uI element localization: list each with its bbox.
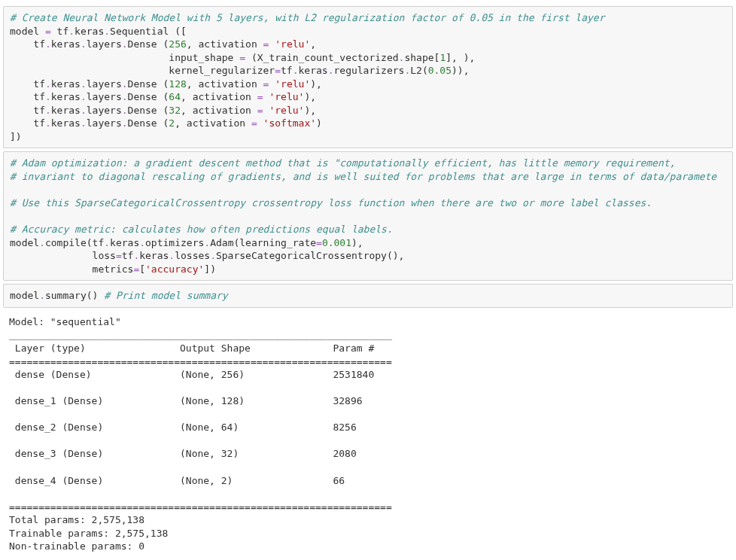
code-line: metrics=['accuracy']) — [10, 263, 216, 275]
comment: # Create Neural Network Model with 5 lay… — [10, 12, 605, 23]
code-line: tf.keras.layers.Dense (128, activation =… — [10, 78, 322, 90]
code-line: tf.keras.layers.Dense (64, activation = … — [10, 91, 316, 102]
code-line: model = tf.keras.Sequential ([ — [10, 26, 187, 37]
comment: # Accuracy metric: calculates how often … — [10, 224, 393, 235]
code-cell-3: model.summary() # Print model summary — [3, 284, 733, 308]
summary-row: dense_2 (Dense) (None, 64) 8256 — [9, 422, 392, 433]
code-line: model.compile(tf.keras.optimizers.Adam(l… — [10, 237, 363, 248]
comment: # invariant to diagonal rescaling of gra… — [10, 171, 716, 182]
code-cell-2: # Adam optimization: a gradient descent … — [3, 151, 733, 281]
comment: # Adam optimization: a gradient descent … — [10, 157, 675, 169]
total-params: Total params: 2,575,138 — [9, 514, 144, 525]
trainable-params: Trainable params: 2,575,138 — [9, 528, 168, 539]
code-line: tf.keras.layers.Dense (32, activation = … — [10, 105, 316, 116]
separator: ________________________________________… — [9, 554, 392, 560]
summary-column-head: Layer (type) Output Shape Param # — [9, 342, 392, 354]
output-block: Model: "sequential" ____________________… — [3, 311, 733, 560]
code-line: model.summary() # Print model summary — [10, 290, 228, 301]
separator: ========================================… — [9, 356, 392, 367]
code-line: kernel_regularizer=tf.keras.regularizers… — [10, 65, 470, 76]
summary-row: dense_1 (Dense) (None, 128) 32896 — [9, 395, 392, 406]
code-line: loss=tf.keras.losses.SparseCategoricalCr… — [10, 250, 404, 261]
code-line: tf.keras.layers.Dense (256, activation =… — [10, 38, 316, 50]
separator: ________________________________________… — [9, 329, 392, 340]
separator: ========================================… — [9, 501, 392, 513]
code-line: ]) — [10, 131, 22, 142]
code-line: tf.keras.layers.Dense (2, activation = '… — [10, 117, 322, 129]
summary-row: dense_4 (Dense) (None, 2) 66 — [9, 475, 392, 486]
summary-row: dense (Dense) (None, 256) 2531840 — [9, 369, 392, 380]
model-name: Model: "sequential" — [9, 316, 121, 327]
code-line: input_shape = (X_train_count_vectorized.… — [10, 52, 475, 63]
comment: # Use this SparseCategoricalCrossentropy… — [10, 197, 652, 208]
code-cell-1: # Create Neural Network Model with 5 lay… — [3, 6, 733, 148]
summary-row: dense_3 (Dense) (None, 32) 2080 — [9, 448, 392, 459]
non-trainable-params: Non-trainable params: 0 — [9, 540, 144, 552]
